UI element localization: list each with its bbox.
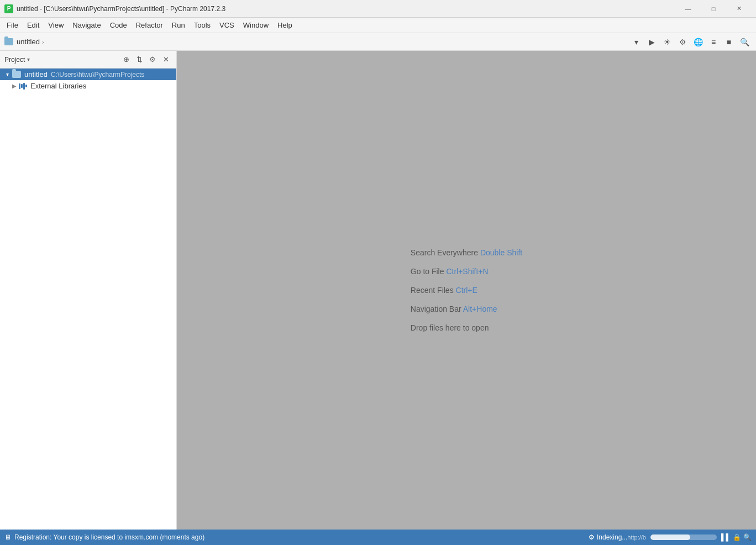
- indexing-section: ⚙ Indexing...: [589, 533, 627, 541]
- external-libraries-icon: [19, 83, 27, 90]
- hint-shortcut-3: Ctrl+E: [456, 286, 477, 295]
- hint-text-3: Recent Files: [411, 286, 456, 295]
- editor-area[interactable]: Search Everywhere Double Shift Go to Fil…: [177, 51, 756, 530]
- nav-concurrency-button[interactable]: ≡: [706, 35, 721, 49]
- nav-coverage-button[interactable]: ⚙: [675, 35, 690, 49]
- indexing-label: Indexing...: [597, 533, 627, 541]
- hint-navigation-bar: Navigation Bar Alt+Home: [411, 305, 522, 313]
- status-left: 🖥 Registration: Your copy is licensed to…: [4, 533, 204, 541]
- folder-icon: [12, 71, 21, 78]
- status-search-icon: 🔍: [743, 533, 752, 541]
- window-title: untitled - [C:\Users\htwu\PycharmProject…: [17, 5, 675, 13]
- hint-shortcut-4: Alt+Home: [463, 305, 497, 313]
- main-content: Project ▾ ⊕ ⇅ ⚙ ✕ ▾ untitled C:\Users\ht…: [0, 51, 756, 530]
- minimize-button[interactable]: —: [675, 0, 701, 18]
- close-button[interactable]: ✕: [726, 0, 752, 18]
- status-bar: 🖥 Registration: Your copy is licensed to…: [0, 530, 756, 545]
- menu-window[interactable]: Window: [239, 19, 273, 31]
- hint-shortcut-2: Ctrl+Shift+N: [446, 267, 488, 276]
- hint-text-5: Drop files here to open: [411, 323, 489, 332]
- tree-toggle-root[interactable]: ▾: [3, 71, 11, 78]
- menu-vcs[interactable]: VCS: [215, 19, 239, 31]
- nav-actions: ▾ ▶ ☀ ⚙ 🌐 ≡ ■ 🔍: [629, 35, 752, 49]
- title-bar: P untitled - [C:\Users\htwu\PycharmProje…: [0, 0, 756, 18]
- nav-bar: untitled › ▾ ▶ ☀ ⚙ 🌐 ≡ ■ 🔍: [0, 33, 756, 51]
- hint-text-1: Search Everywhere: [411, 248, 480, 257]
- tree-label-ext: External Libraries: [30, 82, 86, 90]
- panel-settings-button[interactable]: ⚙: [146, 54, 159, 66]
- status-info-icon: 🖥: [4, 533, 11, 541]
- nav-project-name: untitled: [17, 38, 40, 46]
- hint-drop-files: Drop files here to open: [411, 323, 522, 332]
- status-lock-icon: 🔒: [733, 533, 741, 541]
- tree-toggle-ext[interactable]: ▶: [12, 83, 17, 89]
- nav-chevron-icon: ›: [42, 39, 44, 45]
- tree-item-root[interactable]: ▾ untitled C:\Users\htwu\PycharmProjects: [0, 69, 176, 80]
- hint-shortcut-1: Double Shift: [480, 248, 522, 257]
- panel-title: Project: [4, 56, 25, 64]
- status-icons: ▌▌ 🔒 🔍: [721, 533, 752, 541]
- panel-add-button[interactable]: ⊕: [120, 54, 132, 66]
- hint-search-everywhere: Search Everywhere Double Shift: [411, 248, 522, 257]
- editor-hints: Search Everywhere Double Shift Go to Fil…: [411, 248, 522, 332]
- progress-bar: [650, 534, 717, 540]
- panel-sort-button[interactable]: ⇅: [133, 54, 145, 66]
- window-controls: — □ ✕: [675, 0, 752, 18]
- nav-debug-button[interactable]: ☀: [660, 35, 674, 49]
- nav-dropdown-button[interactable]: ▾: [629, 35, 643, 49]
- nav-run-button[interactable]: ▶: [644, 35, 659, 49]
- sidebar-tree: ▾ untitled C:\Users\htwu\PycharmProjects…: [0, 69, 176, 530]
- panel-close-button[interactable]: ✕: [160, 54, 172, 66]
- url-text: http://b: [627, 534, 646, 541]
- status-activity-icon: ▌▌: [721, 533, 731, 541]
- nav-profile-button[interactable]: 🌐: [691, 35, 705, 49]
- menu-help[interactable]: Help: [273, 19, 297, 31]
- menu-code[interactable]: Code: [106, 19, 132, 31]
- panel-dropdown-icon[interactable]: ▾: [27, 56, 30, 62]
- app-icon: P: [4, 4, 13, 13]
- maximize-button[interactable]: □: [701, 0, 726, 18]
- tree-item-external-libraries[interactable]: ▶ External Libraries: [0, 80, 176, 92]
- menu-tools[interactable]: Tools: [190, 19, 215, 31]
- menu-bar: File Edit View Navigate Code Refactor Ru…: [0, 18, 756, 33]
- hint-text-4: Navigation Bar: [411, 305, 463, 313]
- tree-label-root: untitled: [24, 70, 48, 78]
- status-right: http://b ▌▌ 🔒 🔍: [627, 533, 752, 541]
- indexing-spinner-icon: ⚙: [589, 533, 595, 541]
- menu-file[interactable]: File: [2, 19, 23, 31]
- menu-edit[interactable]: Edit: [23, 19, 44, 31]
- menu-view[interactable]: View: [44, 19, 68, 31]
- nav-folder-icon: [4, 38, 13, 45]
- hint-text-2: Go to File: [411, 267, 447, 276]
- menu-refactor[interactable]: Refactor: [132, 19, 167, 31]
- progress-bar-fill: [650, 534, 690, 540]
- nav-search-button[interactable]: 🔍: [737, 35, 752, 49]
- tree-path-root: C:\Users\htwu\PycharmProjects: [51, 71, 144, 78]
- menu-run[interactable]: Run: [167, 19, 190, 31]
- status-registration-text: Registration: Your copy is licensed to i…: [14, 533, 204, 541]
- menu-navigate[interactable]: Navigate: [68, 19, 105, 31]
- nav-stop-button[interactable]: ■: [722, 35, 736, 49]
- sidebar: Project ▾ ⊕ ⇅ ⚙ ✕ ▾ untitled C:\Users\ht…: [0, 51, 177, 530]
- sidebar-header: Project ▾ ⊕ ⇅ ⚙ ✕: [0, 51, 176, 69]
- hint-recent-files: Recent Files Ctrl+E: [411, 286, 522, 295]
- hint-goto-file: Go to File Ctrl+Shift+N: [411, 267, 522, 276]
